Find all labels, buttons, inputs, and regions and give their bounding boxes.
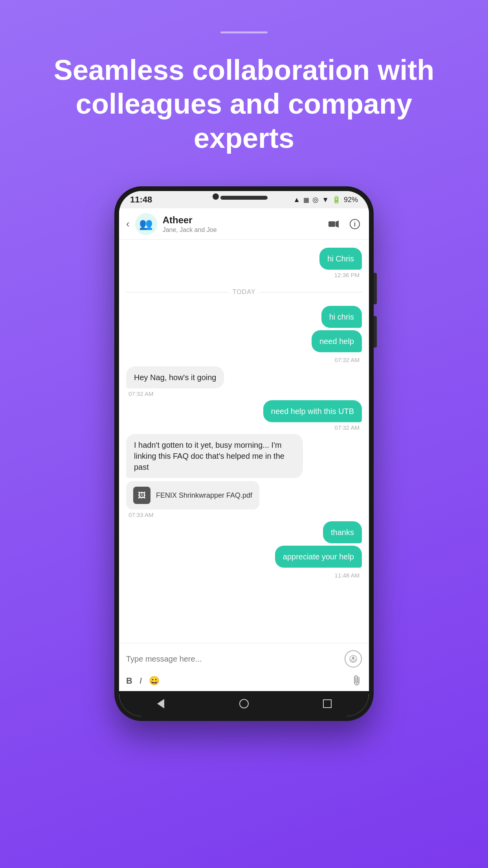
bubble-need-help: need help <box>312 330 362 352</box>
bubble-hey-nag: Hey Nag, how's it going <box>126 366 224 388</box>
bubble-appreciate: appreciate your help <box>275 546 362 568</box>
msg-time-4: 07:32 AM <box>332 424 362 431</box>
message-input[interactable] <box>126 649 340 669</box>
chat-header: ‹ 👥 Atheer Jane, Jack and Joe <box>119 208 369 240</box>
bubble-hi-chris-2: hi chris <box>321 306 362 328</box>
attachment-filename: FENIX Shrinkwrapper FAQ.pdf <box>156 491 252 500</box>
svg-text:i: i <box>354 221 356 228</box>
wifi-icon: ▦ <box>303 196 309 204</box>
input-area: B I 😀 <box>119 643 369 691</box>
msg-time-6: 11:48 AM <box>332 572 362 579</box>
nav-recent-button[interactable] <box>319 696 335 712</box>
svg-rect-0 <box>328 221 335 227</box>
chat-title-block: Atheer Jane, Jack and Joe <box>163 215 321 234</box>
wifi-signal-icon: ▼ <box>322 196 329 204</box>
chat-subtitle: Jane, Jack and Joe <box>163 226 321 234</box>
message-utb: need help with this UTB 07:32 AM <box>126 400 362 431</box>
italic-button[interactable]: I <box>139 676 142 686</box>
message-hey-nag: Hey Nag, how's it going 07:32 AM <box>126 366 362 397</box>
bubble-hi-chris: hi Chris <box>319 248 362 270</box>
bold-button[interactable]: B <box>126 676 132 686</box>
attachment-icon: 🖼 <box>133 487 150 504</box>
bubble-utb: need help with this UTB <box>263 400 362 422</box>
back-button[interactable]: ‹ <box>126 218 130 230</box>
phone-shell: 11:48 ▲ ▦ ◎ ▼ 🔋 92% ‹ 👥 Atheer Jane, Jac… <box>114 186 374 721</box>
battery-icon: 🔋 <box>332 195 341 204</box>
nav-home-button[interactable] <box>236 696 252 712</box>
message-hi-chris: hi Chris 12:36 PM <box>126 248 362 278</box>
svg-marker-1 <box>336 221 339 228</box>
nav-back-button[interactable] <box>153 696 169 712</box>
attachment-faq[interactable]: 🖼 FENIX Shrinkwrapper FAQ.pdf <box>126 481 259 509</box>
signal-icon: ▲ <box>293 196 300 204</box>
day-label: TODAY <box>233 289 256 296</box>
msg-time-2: 07:32 AM <box>332 357 362 363</box>
info-button[interactable]: i <box>348 217 362 231</box>
avatar: 👥 <box>135 213 157 235</box>
sent-group-1: hi chris need help 07:32 AM <box>126 306 362 363</box>
sent-group-2: thanks appreciate your help 11:48 AM <box>126 521 362 579</box>
avatar-icon: 👥 <box>139 217 153 230</box>
video-call-button[interactable] <box>327 217 341 231</box>
battery-percentage: 92% <box>344 196 358 204</box>
msg-time-3: 07:32 AM <box>126 390 156 397</box>
mic-button[interactable] <box>345 650 362 668</box>
nav-bar <box>119 691 369 716</box>
network-icon: ◎ <box>312 195 319 204</box>
svg-rect-5 <box>352 657 354 660</box>
message-faq: I hadn't gotten to it yet, busy morning.… <box>126 434 362 518</box>
bubble-faq-text: I hadn't gotten to it yet, busy morning.… <box>126 434 303 478</box>
messages-area: hi Chris 12:36 PM TODAY hi chris need he… <box>119 240 369 643</box>
day-divider: TODAY <box>126 289 362 296</box>
status-time: 11:48 <box>130 195 152 205</box>
msg-time-5: 07:33 AM <box>126 511 156 518</box>
emoji-button[interactable]: 😀 <box>149 676 160 686</box>
attach-button[interactable] <box>350 674 364 688</box>
status-bar: 11:48 ▲ ▦ ◎ ▼ 🔋 92% <box>119 191 369 208</box>
bubble-thanks: thanks <box>323 521 362 543</box>
chat-name: Atheer <box>163 215 321 226</box>
top-bar <box>220 31 268 33</box>
msg-time-1: 12:36 PM <box>332 272 362 278</box>
page-headline: Seamless collaboration with colleagues a… <box>0 53 488 155</box>
